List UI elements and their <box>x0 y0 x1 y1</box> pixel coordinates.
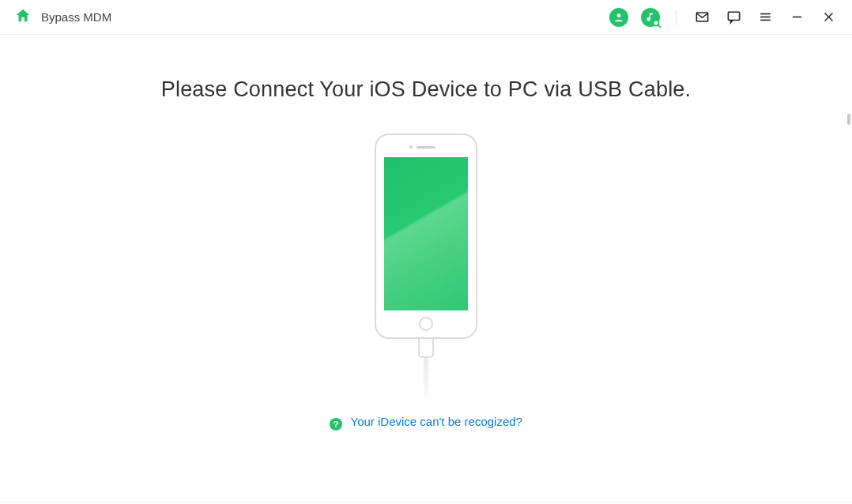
app-title: Bypass MDM <box>41 10 111 24</box>
phone-screen <box>384 157 468 310</box>
phone-speaker <box>417 146 435 149</box>
menu-icon[interactable] <box>756 8 775 27</box>
phone-home-button <box>419 317 433 331</box>
home-icon[interactable] <box>14 7 32 28</box>
help-line: ? Your iDevice can't be recogized? <box>0 415 852 431</box>
close-icon[interactable] <box>819 8 838 27</box>
svg-point-0 <box>617 13 621 17</box>
minimize-icon[interactable] <box>787 8 806 27</box>
device-illustration <box>371 134 481 402</box>
header-icons <box>609 8 838 27</box>
usb-cable <box>424 358 428 397</box>
mail-icon[interactable] <box>692 8 711 27</box>
scrollbar-thumb[interactable] <box>847 114 850 125</box>
svg-line-2 <box>658 24 662 28</box>
phone-camera-dot <box>409 145 413 149</box>
header-bar: Bypass MDM <box>0 0 852 35</box>
music-search-icon[interactable] <box>641 8 660 27</box>
feedback-icon[interactable] <box>724 8 743 27</box>
header-separator <box>676 9 677 25</box>
usb-plug <box>418 337 434 358</box>
phone-body <box>375 134 477 339</box>
page-headline: Please Connect Your iOS Device to PC via… <box>0 77 852 102</box>
account-icon[interactable] <box>609 8 628 27</box>
main-area: Please Connect Your iOS Device to PC via… <box>0 77 852 504</box>
help-icon: ? <box>330 418 342 431</box>
svg-rect-4 <box>728 12 739 20</box>
svg-point-1 <box>654 20 659 25</box>
help-link[interactable]: Your iDevice can't be recogized? <box>351 415 522 428</box>
